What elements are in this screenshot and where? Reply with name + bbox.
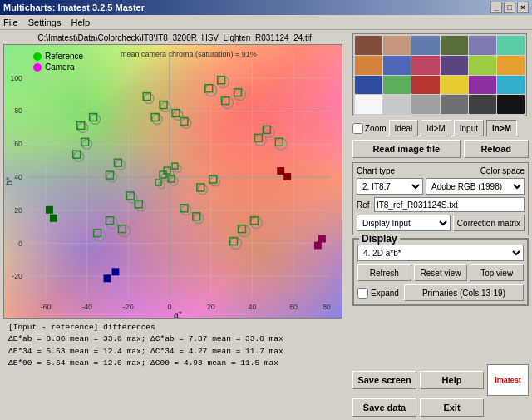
stats-line2: ΔE*ab = 8.80 mean = 33.0 max; ΔC*ab = 7.… (8, 334, 341, 345)
correction-matrix-button[interactable]: Correction matrix (453, 215, 525, 231)
svg-point-40 (194, 214, 204, 224)
svg-rect-60 (218, 77, 225, 84)
svg-rect-65 (94, 230, 101, 237)
display-section-title: Display (359, 233, 400, 245)
svg-point-23 (222, 97, 234, 109)
idm-button[interactable]: Id>M (421, 120, 451, 136)
cc-cell (383, 36, 411, 55)
svg-point-21 (144, 94, 154, 104)
svg-text:-20: -20 (123, 303, 134, 311)
svg-point-20 (181, 118, 191, 128)
svg-line-90 (278, 141, 281, 144)
input-button[interactable]: Input (454, 120, 484, 136)
display-input-dropdown[interactable]: Display Input (357, 215, 451, 231)
color-space-label: Color space (480, 166, 525, 175)
cc-cell (383, 95, 411, 114)
svg-point-24 (234, 89, 246, 101)
chart-type-dropdown[interactable]: 2. IT8.7 (357, 178, 423, 195)
cc-cell (383, 56, 411, 75)
bottom-buttons-area: Save screen Help imatest Save data Exit (352, 364, 529, 417)
svg-point-35 (78, 122, 88, 132)
cc-cell (411, 76, 439, 95)
svg-point-43 (170, 177, 178, 185)
svg-point-19 (152, 114, 162, 124)
primaries-button[interactable]: Primaries (Cols 13-19) (404, 284, 524, 301)
chart-svg: 100 80 60 40 20 0 -20 -60 -40 -20 0 20 4… (4, 45, 342, 318)
cc-cell (355, 56, 382, 75)
svg-line-92 (85, 141, 87, 144)
menu-bar: File Settings Help (0, 15, 532, 30)
expand-row: Expand Primaries (Cols 13-19) (357, 284, 524, 301)
svg-text:80: 80 (323, 303, 331, 311)
maximize-button[interactable]: □ (504, 2, 515, 13)
inm-button[interactable]: In>M (486, 120, 517, 136)
svg-text:20: 20 (14, 206, 22, 215)
svg-line-87 (163, 105, 165, 107)
stats-line3: ΔE*34 = 5.53 mean = 12.4 max; ΔC*34 = 4.… (8, 346, 341, 358)
chart-type-label: Chart type (357, 166, 395, 175)
top-view-button[interactable]: Top view (470, 264, 524, 281)
svg-rect-66 (118, 225, 126, 233)
cc-cell (355, 36, 382, 55)
svg-text:0: 0 (18, 240, 22, 248)
cc-cell (441, 95, 468, 114)
exit-button[interactable]: Exit (420, 398, 484, 417)
reset-view-button[interactable]: Reset view (414, 264, 468, 281)
svg-rect-116 (50, 215, 57, 222)
reload-button[interactable]: Reload (464, 140, 530, 158)
svg-text:a*: a* (174, 309, 183, 318)
color-checker-thumbnail (352, 33, 527, 116)
zoom-checkbox[interactable] (352, 123, 363, 134)
svg-text:40: 40 (14, 173, 22, 181)
menu-help[interactable]: Help (71, 17, 90, 27)
svg-text:-20: -20 (12, 272, 22, 280)
ref-input[interactable] (374, 197, 525, 212)
title-bar-buttons[interactable]: _ □ × (490, 2, 529, 13)
read-reload-row: Read image file Reload (352, 140, 529, 158)
ideal-button[interactable]: Ideal (389, 120, 419, 136)
chart-type-section: Chart type Color space 2. IT8.7 Adobe RG… (352, 162, 529, 235)
read-image-button[interactable]: Read image file (352, 140, 461, 158)
svg-rect-112 (283, 173, 291, 180)
svg-line-91 (109, 220, 111, 223)
expand-checkbox[interactable] (357, 288, 368, 299)
svg-text:80: 80 (14, 106, 22, 115)
help-button[interactable]: Help (420, 371, 484, 389)
cc-cell (469, 76, 496, 95)
menu-settings[interactable]: Settings (28, 17, 62, 27)
svg-rect-63 (254, 134, 262, 141)
svg-rect-59 (234, 89, 242, 96)
stats-panel: [Input - reference] differences ΔE*ab = … (3, 319, 346, 383)
save-screen-button[interactable]: Save screen (352, 371, 416, 389)
cc-cell (355, 95, 382, 114)
svg-text:0: 0 (168, 303, 172, 311)
cc-cell (497, 76, 525, 95)
minimize-button[interactable]: _ (490, 2, 502, 13)
chart-container[interactable]: Reference Camera mean camera chroma (sat… (3, 44, 342, 319)
save-data-button[interactable]: Save data (352, 398, 416, 417)
close-button[interactable]: × (517, 2, 529, 13)
svg-text:-60: -60 (40, 303, 51, 311)
title-bar: Multicharts: Imatest 3.2.5 Master _ □ × (0, 0, 532, 15)
cc-cell (411, 36, 439, 55)
cc-cell (441, 76, 468, 95)
color-space-dropdown[interactable]: Adobe RGB (1998) (426, 178, 525, 195)
svg-rect-114 (104, 274, 111, 282)
svg-rect-72 (250, 217, 258, 225)
display-type-dropdown[interactable]: 4. 2D a*b* (357, 245, 524, 261)
menu-file[interactable]: File (3, 17, 18, 27)
window-title: Multicharts: Imatest 3.2.5 Master (3, 2, 145, 12)
mode-buttons-row: Zoom Ideal Id>M Input In>M (352, 119, 529, 137)
zoom-checkbox-row: Zoom (352, 123, 387, 134)
main-content: C:\Imatest\Data\Colorcheck\IT8\IT8_3200R… (0, 30, 532, 420)
cc-cell (469, 56, 496, 75)
svg-point-33 (74, 151, 84, 161)
file-path: C:\Imatest\Data\Colorcheck\IT8\IT8_3200R… (3, 33, 346, 42)
svg-text:-40: -40 (81, 303, 92, 311)
svg-rect-73 (230, 238, 238, 245)
dropdown-colorspace-row: 2. IT8.7 Adobe RGB (1998) (357, 178, 525, 195)
svg-point-30 (94, 230, 106, 241)
refresh-button[interactable]: Refresh (357, 264, 411, 281)
cc-cell (383, 76, 411, 95)
ref-label: Ref (357, 200, 372, 210)
